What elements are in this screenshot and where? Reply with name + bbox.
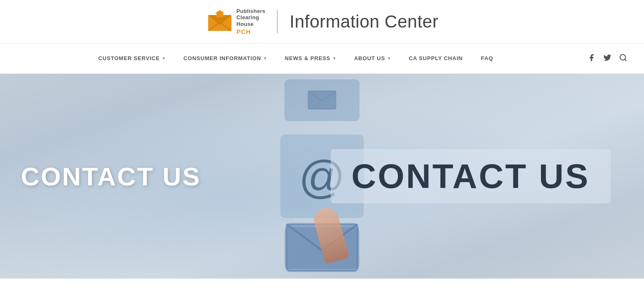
hero-contact-left-text: CONTACT US <box>21 162 201 191</box>
svg-line-7 <box>625 59 626 61</box>
nav-items-container: CUSTOMER SERVICE ▾ CONSUMER INFORMATION … <box>17 44 575 74</box>
hero-contact-right-box: CONTACT US <box>331 149 611 203</box>
pch-envelope-icon <box>206 8 234 36</box>
site-header: Publishers Clearing House PCH Informatio… <box>0 0 644 44</box>
email-block-top <box>284 79 360 121</box>
search-icon[interactable] <box>619 53 627 64</box>
pch-label-text: PCH <box>236 28 265 35</box>
svg-marker-4 <box>215 10 225 13</box>
pch-house-text: House <box>236 21 265 28</box>
envelope-top-icon <box>307 90 337 111</box>
chevron-down-icon-3: ▾ <box>388 56 390 61</box>
nav-label-customer-service: CUSTOMER SERVICE <box>98 55 160 61</box>
hero-section: CONTACT US @ CONTACT US <box>0 74 644 279</box>
nav-label-consumer-information: CONSUMER INFORMATION <box>184 55 261 61</box>
nav-item-faq[interactable]: FAQ <box>472 44 502 74</box>
main-navbar: CUSTOMER SERVICE ▾ CONSUMER INFORMATION … <box>0 44 644 74</box>
nav-label-about-us: ABOUT US <box>354 55 385 61</box>
nav-label-ca-supply-chain: CA SUPPLY CHAIN <box>409 55 463 61</box>
nav-item-ca-supply-chain[interactable]: CA SUPPLY CHAIN <box>400 44 472 74</box>
twitter-icon[interactable] <box>603 53 611 64</box>
chevron-down-icon-0: ▾ <box>163 56 165 61</box>
nav-right-icons <box>587 53 627 64</box>
site-title: Information Center <box>289 12 438 32</box>
pch-clearing-text: Clearing <box>236 14 265 21</box>
logo-area: Publishers Clearing House PCH Informatio… <box>206 8 438 36</box>
facebook-icon[interactable] <box>587 53 596 64</box>
nav-item-news-press[interactable]: NEWS & PRESS ▾ <box>276 44 345 74</box>
pch-logo[interactable]: Publishers Clearing House PCH <box>206 8 265 36</box>
nav-label-news-press: NEWS & PRESS <box>285 55 330 61</box>
nav-item-customer-service[interactable]: CUSTOMER SERVICE ▾ <box>89 44 174 74</box>
nav-item-about-us[interactable]: ABOUT US ▾ <box>345 44 400 74</box>
nav-item-consumer-information[interactable]: CONSUMER INFORMATION ▾ <box>174 44 276 74</box>
nav-label-faq: FAQ <box>481 55 493 61</box>
pch-publishers-text: Publishers <box>236 8 265 15</box>
pch-text-block: Publishers Clearing House PCH <box>236 8 265 36</box>
hero-contact-right-text: CONTACT US <box>352 157 590 196</box>
chevron-down-icon-2: ▾ <box>333 56 336 61</box>
logo-divider <box>277 10 278 33</box>
chevron-down-icon-1: ▾ <box>264 56 267 61</box>
svg-rect-5 <box>216 13 223 18</box>
